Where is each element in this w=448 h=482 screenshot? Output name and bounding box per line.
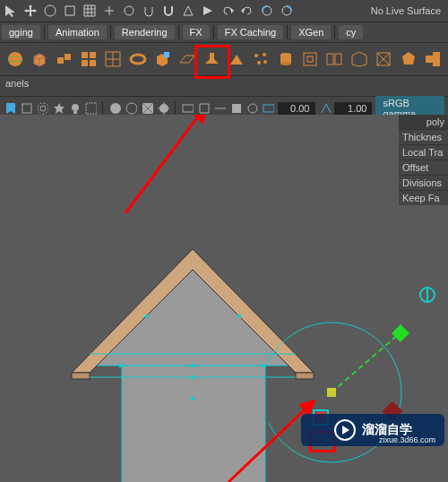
annotation-arrow-1 <box>99 115 278 267</box>
svg-rect-13 <box>57 57 64 64</box>
attr-row[interactable]: Offset <box>399 159 448 175</box>
tab-custom[interactable]: cy <box>339 25 363 39</box>
svg-marker-7 <box>241 8 244 13</box>
play-circle-icon <box>333 418 357 442</box>
sel-icon[interactable] <box>84 101 97 116</box>
svg-rect-18 <box>90 60 96 66</box>
panels-tab[interactable]: anels <box>0 76 448 97</box>
svg-marker-39 <box>402 52 415 65</box>
tab-rigging[interactable]: gging <box>2 25 40 39</box>
cam-right-icon[interactable] <box>280 4 294 18</box>
attr-row[interactable]: Keep Fa <box>399 190 448 205</box>
poly-sphere-icon[interactable] <box>5 49 24 69</box>
svg-point-1 <box>45 5 56 16</box>
scatter-icon[interactable] <box>251 49 270 69</box>
snap-icon[interactable] <box>142 4 156 18</box>
cursor-icon[interactable] <box>4 4 18 18</box>
move-icon[interactable] <box>23 4 38 18</box>
icos-icon[interactable] <box>399 49 418 69</box>
attribute-panel: poly Thicknes Local Tra Offset Divisions… <box>399 115 448 205</box>
box-cross-icon[interactable] <box>375 49 393 69</box>
toggle5-icon[interactable] <box>246 101 258 116</box>
textured-icon[interactable] <box>141 101 153 116</box>
cubes2-icon[interactable] <box>423 49 442 69</box>
scale-icon[interactable] <box>63 4 77 18</box>
toggle4-icon[interactable] <box>229 101 242 116</box>
redo-icon[interactable] <box>240 4 254 18</box>
svg-point-10 <box>8 52 22 66</box>
magnet-icon[interactable] <box>161 4 176 18</box>
svg-point-32 <box>280 62 291 65</box>
plus-icon[interactable] <box>102 4 116 18</box>
shaded-icon[interactable] <box>108 101 121 116</box>
cylinder-icon[interactable] <box>276 49 295 69</box>
gate-icon[interactable] <box>262 101 274 116</box>
panel-icon[interactable] <box>349 49 368 69</box>
lit-icon[interactable] <box>157 101 169 116</box>
svg-marker-46 <box>54 103 65 114</box>
svg-marker-86 <box>342 426 349 435</box>
grid-outline-icon[interactable] <box>104 49 123 69</box>
tab-fx[interactable]: FX <box>183 25 210 39</box>
svg-rect-43 <box>22 104 31 113</box>
viewport[interactable]: poly Thicknes Local Tra Offset Divisions… <box>0 115 448 482</box>
cube-small-icon[interactable] <box>20 101 32 116</box>
svg-point-20 <box>131 55 145 64</box>
svg-marker-23 <box>180 56 194 63</box>
tab-fx-caching[interactable]: FX Caching <box>218 25 283 39</box>
rotate-icon[interactable] <box>43 4 57 18</box>
svg-point-51 <box>126 103 137 114</box>
torus-icon[interactable] <box>128 49 147 69</box>
live-surface-dropdown[interactable]: No Live Surface <box>367 5 444 16</box>
mirror-icon[interactable] <box>325 49 344 69</box>
tab-rendering[interactable]: Rendering <box>115 25 175 39</box>
svg-point-28 <box>257 61 261 65</box>
gamma-value[interactable]: 1.00 <box>334 102 372 115</box>
svg-rect-54 <box>183 105 194 112</box>
attr-row[interactable]: Thicknes <box>399 129 448 144</box>
attr-row[interactable]: Divisions <box>399 175 448 190</box>
undo-icon[interactable] <box>220 4 235 18</box>
attr-row[interactable]: Local Tra <box>399 144 448 159</box>
highlight-extrude <box>194 45 230 79</box>
pointer-icon[interactable] <box>201 4 215 18</box>
cone-icon[interactable] <box>181 4 195 18</box>
poly-cube-icon[interactable] <box>30 49 48 69</box>
star-icon[interactable] <box>52 101 65 116</box>
cube-add-icon[interactable] <box>153 49 172 69</box>
gear-icon[interactable] <box>36 101 48 116</box>
cam-left-icon[interactable] <box>260 4 274 18</box>
svg-point-47 <box>72 104 79 111</box>
svg-point-3 <box>125 6 134 15</box>
svg-marker-6 <box>231 8 234 13</box>
svg-rect-70 <box>191 364 194 367</box>
circle-icon[interactable] <box>122 4 136 18</box>
svg-point-53 <box>159 104 168 113</box>
tab-xgen[interactable]: XGen <box>291 25 331 39</box>
svg-rect-57 <box>263 105 274 112</box>
svg-rect-68 <box>237 314 241 318</box>
tab-animation[interactable]: Animation <box>48 25 107 39</box>
light-icon[interactable] <box>68 101 81 116</box>
toggle2-icon[interactable] <box>197 101 210 116</box>
poly-cubes-icon[interactable] <box>55 49 73 69</box>
grid-icon[interactable] <box>82 4 97 18</box>
gamma-icon[interactable] <box>319 101 332 116</box>
svg-rect-17 <box>82 60 88 66</box>
toggle1-icon[interactable] <box>181 101 194 116</box>
top-bar: No Live Surface <box>0 0 448 22</box>
svg-point-50 <box>110 103 121 114</box>
svg-rect-41 <box>433 52 440 59</box>
svg-rect-55 <box>232 104 241 113</box>
svg-rect-76 <box>392 324 409 342</box>
wire-icon[interactable] <box>125 101 137 116</box>
exposure-value[interactable]: 0.00 <box>278 102 315 115</box>
svg-rect-67 <box>145 314 149 318</box>
frame-icon[interactable] <box>300 49 319 69</box>
svg-rect-36 <box>335 54 341 65</box>
grid-4-icon[interactable] <box>79 49 98 69</box>
svg-marker-25 <box>230 55 243 65</box>
svg-point-56 <box>248 104 257 113</box>
bookmark-icon[interactable] <box>4 101 16 116</box>
toggle3-icon[interactable] <box>213 101 226 116</box>
